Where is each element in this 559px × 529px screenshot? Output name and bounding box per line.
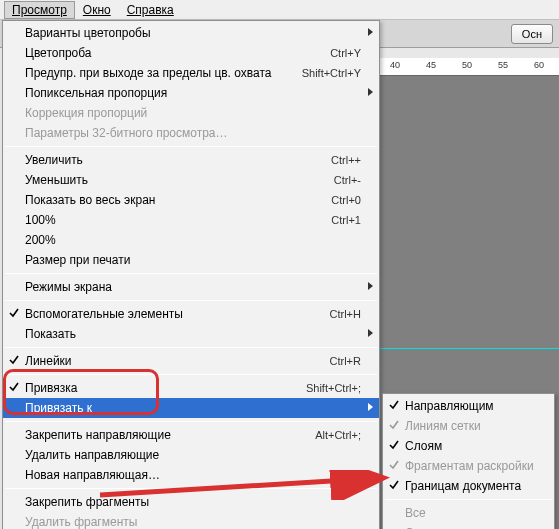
menubar-help[interactable]: Справка — [119, 1, 182, 19]
menubar: Просмотр Окно Справка — [0, 0, 559, 20]
mi-rulers[interactable]: ЛинейкиCtrl+R — [3, 351, 379, 371]
chevron-right-icon — [368, 403, 373, 411]
mi-show[interactable]: Показать — [3, 324, 379, 344]
check-icon — [389, 420, 399, 430]
mi-print-size[interactable]: Размер при печати — [3, 250, 379, 270]
ruler-horizontal: 40 45 50 55 60 — [380, 58, 559, 76]
mi-pixel-ar-corr: Коррекция пропорций — [3, 103, 379, 123]
mi-clear-slices: Удалить фрагменты — [3, 512, 379, 529]
snap-to-submenu: Направляющим Линиям сетки Слоям Фрагмент… — [382, 393, 555, 529]
mi-proof-colors[interactable]: ЦветопробаCtrl+Y — [3, 43, 379, 63]
mi-lock-slices[interactable]: Закрепить фрагменты — [3, 492, 379, 512]
check-icon — [9, 355, 19, 365]
mi-clear-guides[interactable]: Удалить направляющие — [3, 445, 379, 465]
mi-extras[interactable]: Вспомогательные элементыCtrl+H — [3, 304, 379, 324]
separator — [5, 347, 377, 348]
menubar-window[interactable]: Окно — [75, 1, 119, 19]
chevron-right-icon — [368, 88, 373, 96]
smi-layers[interactable]: Слоям — [383, 436, 554, 456]
check-icon — [389, 480, 399, 490]
smi-grid: Линиям сетки — [383, 416, 554, 436]
mi-lock-guides[interactable]: Закрепить направляющиеAlt+Ctrl+; — [3, 425, 379, 445]
smi-guides[interactable]: Направляющим — [383, 396, 554, 416]
osn-button[interactable]: Осн — [511, 24, 553, 44]
mi-200[interactable]: 200% — [3, 230, 379, 250]
mi-zoom-out[interactable]: УменьшитьCtrl+- — [3, 170, 379, 190]
mi-snap-to[interactable]: Привязать к — [3, 398, 379, 418]
check-icon — [9, 308, 19, 318]
separator — [5, 273, 377, 274]
menubar-view[interactable]: Просмотр — [4, 1, 75, 19]
check-icon — [389, 400, 399, 410]
chevron-right-icon — [368, 282, 373, 290]
mi-new-guide[interactable]: Новая направляющая… — [3, 465, 379, 485]
mi-proof-setup[interactable]: Варианты цветопробы — [3, 23, 379, 43]
check-icon — [389, 440, 399, 450]
mi-gamut[interactable]: Предупр. при выходе за пределы цв. охват… — [3, 63, 379, 83]
mi-snap[interactable]: ПривязкаShift+Ctrl+; — [3, 378, 379, 398]
smi-doc-bounds[interactable]: Границам документа — [383, 476, 554, 496]
check-icon — [389, 460, 399, 470]
smi-slices: Фрагментам раскройки — [383, 456, 554, 476]
mi-32bit: Параметры 32-битного просмотра… — [3, 123, 379, 143]
chevron-right-icon — [368, 329, 373, 337]
mi-screen-modes[interactable]: Режимы экрана — [3, 277, 379, 297]
chevron-right-icon — [368, 28, 373, 36]
mi-pixel-ar[interactable]: Попиксельная пропорция — [3, 83, 379, 103]
smi-none: Снять выделение — [383, 523, 554, 529]
separator — [385, 499, 552, 500]
separator — [5, 146, 377, 147]
mi-100[interactable]: 100%Ctrl+1 — [3, 210, 379, 230]
guide-line — [380, 348, 559, 349]
smi-all: Все — [383, 503, 554, 523]
view-menu: Варианты цветопробы ЦветопробаCtrl+Y Пре… — [2, 20, 380, 529]
separator — [5, 374, 377, 375]
check-icon — [9, 382, 19, 392]
mi-fit[interactable]: Показать во весь экранCtrl+0 — [3, 190, 379, 210]
separator — [5, 421, 377, 422]
separator — [5, 300, 377, 301]
separator — [5, 488, 377, 489]
mi-zoom-in[interactable]: УвеличитьCtrl++ — [3, 150, 379, 170]
